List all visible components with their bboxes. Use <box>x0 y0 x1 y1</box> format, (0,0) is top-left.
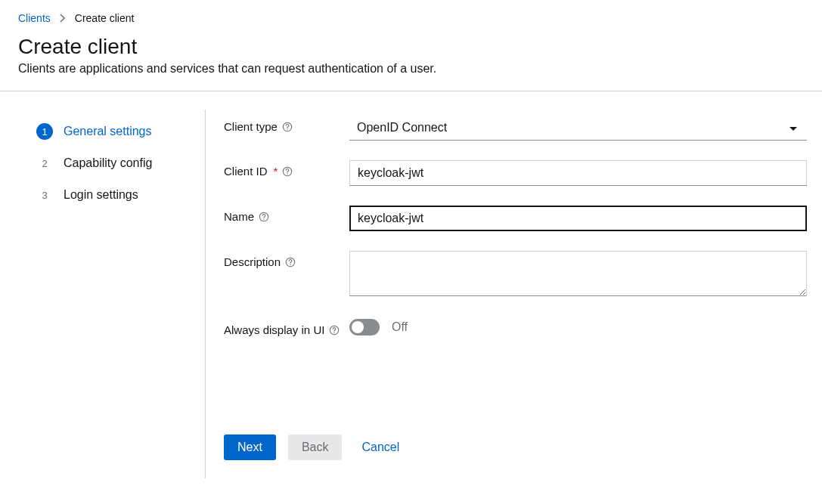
row-client-id: Client ID * <box>224 160 807 186</box>
next-button[interactable]: Next <box>224 434 276 460</box>
row-description: Description <box>224 251 807 299</box>
help-icon[interactable] <box>259 212 269 222</box>
svg-point-3 <box>287 173 288 174</box>
page-header: Clients Create client Create client Clie… <box>0 0 822 91</box>
step-capability-config[interactable]: 2 Capability config <box>36 147 187 179</box>
row-client-type: Client type OpenID Connect <box>224 116 807 141</box>
back-button[interactable]: Back <box>288 434 343 460</box>
chevron-right-icon <box>60 14 66 23</box>
step-label: Login settings <box>64 188 138 202</box>
label-text: Client type <box>224 120 278 133</box>
label-client-id: Client ID * <box>224 160 349 178</box>
page-subtitle: Clients are applications and services th… <box>18 62 804 76</box>
help-icon[interactable] <box>285 257 296 267</box>
step-label: Capability config <box>64 156 152 170</box>
label-client-type: Client type <box>224 116 349 133</box>
breadcrumb-current: Create client <box>75 12 135 24</box>
name-input[interactable] <box>349 206 807 231</box>
label-description: Description <box>224 251 349 268</box>
page-title: Create client <box>18 35 804 59</box>
wizard-stepper: 1 General settings 2 Capability config 3… <box>0 110 206 478</box>
step-number-badge: 2 <box>36 155 53 172</box>
breadcrumb-parent-link[interactable]: Clients <box>18 12 51 24</box>
step-general-settings[interactable]: 1 General settings <box>36 116 187 147</box>
label-name: Name <box>224 206 349 223</box>
client-id-input[interactable] <box>349 160 807 186</box>
svg-point-1 <box>287 128 287 129</box>
content: 1 General settings 2 Capability config 3… <box>0 91 822 478</box>
step-label: General settings <box>64 125 152 138</box>
help-icon[interactable] <box>282 166 293 177</box>
label-text: Name <box>224 210 254 223</box>
client-type-select-wrap: OpenID Connect <box>349 116 807 141</box>
label-text: Client ID <box>224 165 268 178</box>
always-display-toggle-row: Off <box>349 319 807 335</box>
toggle-knob <box>352 321 364 333</box>
svg-point-7 <box>290 264 290 264</box>
description-input[interactable] <box>349 251 807 296</box>
step-login-settings[interactable]: 3 Login settings <box>36 179 187 211</box>
label-text: Always display in UI <box>224 323 324 336</box>
button-bar: Next Back Cancel <box>224 434 807 460</box>
label-always-display: Always display in UI <box>224 319 349 336</box>
always-display-toggle[interactable] <box>349 319 380 335</box>
toggle-state-text: Off <box>392 320 408 334</box>
step-number-badge: 1 <box>36 123 53 140</box>
label-text: Description <box>224 255 281 268</box>
breadcrumb: Clients Create client <box>18 12 804 24</box>
form-area: Client type OpenID Connect Client ID * <box>206 110 822 478</box>
step-number-badge: 3 <box>36 187 53 203</box>
svg-point-5 <box>263 218 264 219</box>
help-icon[interactable] <box>282 122 293 132</box>
cancel-button[interactable]: Cancel <box>354 434 407 460</box>
required-indicator: * <box>274 165 278 178</box>
help-icon[interactable] <box>329 325 340 335</box>
row-always-display: Always display in UI Off <box>224 319 807 336</box>
svg-point-9 <box>334 332 335 332</box>
client-type-select[interactable]: OpenID Connect <box>349 116 807 141</box>
row-name: Name <box>224 206 807 231</box>
